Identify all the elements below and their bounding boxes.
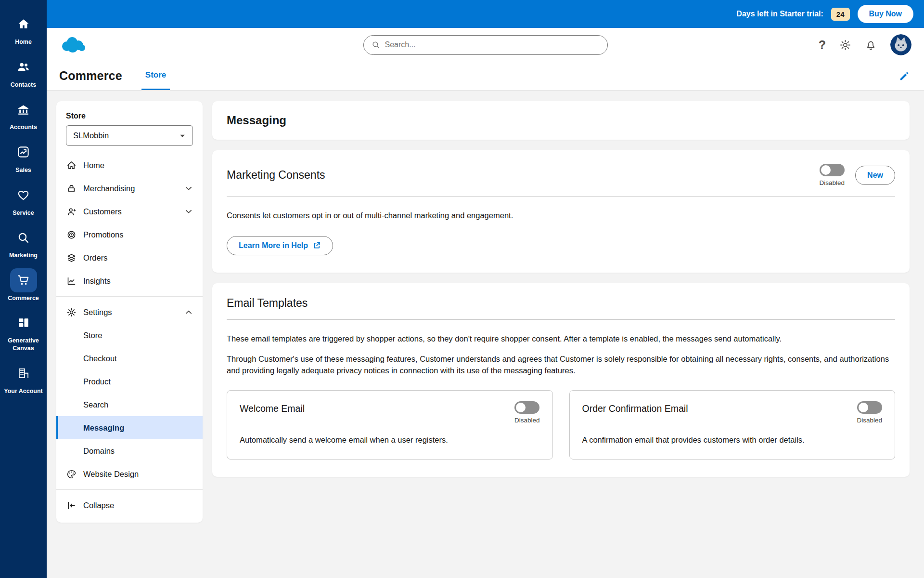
rail-item-accounts[interactable]: Accounts — [0, 93, 47, 136]
rail-item-sales[interactable]: Sales — [0, 136, 47, 179]
order-confirmation-toggle-block: Disabled — [857, 401, 882, 424]
accounts-icon — [10, 97, 37, 121]
store-nav-merchandising[interactable]: Merchandising — [56, 177, 203, 200]
user-avatar[interactable] — [890, 34, 911, 55]
settings-sub-search[interactable]: Search — [56, 393, 203, 416]
rail-item-marketing[interactable]: Marketing — [0, 221, 47, 264]
chart-line-icon — [66, 276, 77, 286]
store-nav-settings[interactable]: Settings — [56, 301, 203, 324]
home-icon — [66, 160, 77, 171]
new-consent-button[interactable]: New — [855, 166, 895, 185]
nav-label: Messaging — [83, 423, 124, 433]
store-nav-customers[interactable]: Customers — [56, 200, 203, 223]
welcome-email-toggle[interactable] — [514, 401, 539, 414]
help-icon[interactable]: ? — [819, 38, 826, 52]
settings-sub-checkout[interactable]: Checkout — [56, 347, 203, 370]
rail-item-label: Marketing — [9, 252, 38, 260]
search-input[interactable] — [385, 40, 600, 49]
template-grid: Welcome Email Disabled Automatically sen… — [227, 390, 895, 460]
rail-item-service[interactable]: Service — [0, 179, 47, 222]
topbar: ? — [47, 28, 924, 62]
learn-more-help-button[interactable]: Learn More in Help — [227, 236, 333, 255]
store-nav-website-design[interactable]: Website Design — [56, 462, 203, 486]
main-column: Messaging Marketing Consents Disabled Ne… — [212, 101, 910, 477]
app-rail: Home Contacts Accounts Sales Service — [0, 0, 47, 578]
commerce-icon — [10, 268, 37, 292]
rail-item-label: Home — [15, 39, 32, 46]
email-templates-legal: Through Customer's use of these messagin… — [227, 354, 895, 377]
main-region: Days left in Starter trial: 24 Buy Now — [47, 0, 924, 578]
divider — [227, 196, 895, 197]
store-section-label: Store — [66, 112, 193, 120]
rail-item-label: Your Account — [4, 388, 43, 395]
template-title: Welcome Email — [240, 401, 305, 414]
email-templates-card: Email Templates These email templates ar… — [212, 283, 910, 477]
external-link-icon — [313, 241, 321, 250]
store-nav-orders[interactable]: Orders — [56, 246, 203, 269]
settings-sub-messaging[interactable]: Messaging — [56, 416, 203, 439]
trial-days-badge: 24 — [831, 8, 850, 21]
nav-label: Domains — [83, 447, 115, 456]
layers-icon — [66, 253, 77, 263]
settings-sub-domains[interactable]: Domains — [56, 439, 203, 462]
store-selector-value: SLMobbin — [73, 131, 109, 140]
marketing-consents-toggle[interactable] — [820, 164, 845, 176]
order-confirmation-email-card: Order Confirmation Email Disabled A conf… — [569, 390, 896, 460]
rail-item-your-account[interactable]: Your Account — [0, 357, 47, 400]
content-area: Store SLMobbin Home — [47, 91, 924, 578]
divider — [227, 319, 895, 320]
store-selector[interactable]: SLMobbin — [66, 125, 193, 146]
nav-label: Insights — [83, 276, 111, 286]
settings-sub-product[interactable]: Product — [56, 370, 203, 393]
rail-item-home[interactable]: Home — [0, 8, 47, 51]
nav-label: Product — [83, 377, 111, 386]
rail-item-generative-canvas[interactable]: Generative Canvas — [0, 306, 47, 356]
nav-label: Store — [83, 331, 102, 340]
email-templates-intro: These email templates are triggered by s… — [227, 333, 895, 345]
nav-label: Customers — [83, 207, 122, 216]
marketing-consents-card: Marketing Consents Disabled New Consents… — [212, 150, 910, 273]
rail-item-label: Commerce — [8, 295, 39, 302]
app-window: Home Contacts Accounts Sales Service — [0, 0, 924, 578]
nav-label: Home — [83, 161, 104, 170]
welcome-email-toggle-block: Disabled — [514, 401, 540, 424]
nav-label: Collapse — [83, 501, 114, 510]
setup-gear-icon[interactable] — [839, 39, 851, 51]
section-title: Marketing Consents — [227, 169, 325, 182]
store-nav-home[interactable]: Home — [56, 154, 203, 177]
divider — [56, 489, 203, 490]
store-nav-promotions[interactable]: Promotions — [56, 223, 203, 246]
edit-pencil-icon[interactable] — [899, 71, 910, 81]
salesforce-logo — [59, 35, 87, 55]
notifications-bell-icon[interactable] — [865, 39, 877, 51]
order-confirmation-toggle[interactable] — [857, 401, 882, 414]
toggle-state-label: Disabled — [820, 179, 845, 186]
customers-icon — [66, 207, 77, 217]
nav-label: Promotions — [83, 230, 123, 239]
chevron-up-icon — [184, 308, 193, 316]
collapse-panel-button[interactable]: Collapse — [56, 494, 203, 517]
page-header: Commerce Store — [47, 62, 924, 91]
buy-now-button[interactable]: Buy Now — [858, 5, 913, 23]
target-icon — [66, 230, 77, 240]
tab-store[interactable]: Store — [141, 62, 170, 90]
store-nav-panel: Store SLMobbin Home — [56, 101, 203, 523]
trial-days-label: Days left in Starter trial: — [736, 10, 823, 18]
search-icon — [372, 40, 380, 49]
store-nav-insights[interactable]: Insights — [56, 269, 203, 292]
home-icon — [10, 12, 37, 36]
rail-item-contacts[interactable]: Contacts — [0, 51, 47, 93]
rail-item-commerce[interactable]: Commerce — [0, 264, 47, 307]
rail-item-label: Service — [13, 210, 34, 217]
rail-item-label: Contacts — [11, 81, 36, 89]
nav-label: Checkout — [83, 354, 117, 363]
template-title: Order Confirmation Email — [582, 401, 688, 414]
template-description: Automatically send a welcome email when … — [240, 435, 540, 445]
settings-sub-store[interactable]: Store — [56, 324, 203, 347]
collapse-icon — [66, 500, 77, 511]
gear-icon — [66, 307, 77, 317]
divider — [56, 296, 203, 297]
global-search — [363, 35, 608, 55]
generative-canvas-icon — [10, 311, 37, 335]
toggle-state-label: Disabled — [514, 417, 540, 424]
